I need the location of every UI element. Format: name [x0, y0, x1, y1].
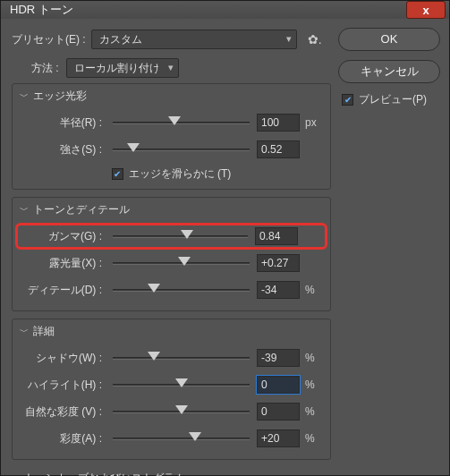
chevron-down-icon: ﹀ — [20, 326, 29, 338]
radius-input[interactable] — [257, 114, 300, 132]
exposure-label: 露光量(X) : — [18, 256, 106, 271]
saturation-slider[interactable] — [113, 431, 250, 446]
gamma-label: ガンマ(G) : — [18, 229, 106, 244]
panel-curve-header[interactable]: › トーンカーブおよびヒストグラム — [17, 469, 331, 476]
exposure-input[interactable] — [257, 254, 300, 272]
detail-unit: % — [300, 284, 325, 296]
method-select[interactable]: ローカル割り付け — [66, 58, 179, 78]
gamma-slider[interactable] — [113, 229, 248, 243]
preview-label: プレビュー(P) — [359, 92, 427, 107]
titlebar: HDR トーン x — [1, 1, 449, 19]
shadow-unit: % — [300, 352, 325, 364]
highlight-slider[interactable] — [113, 378, 250, 392]
vibrance-slider[interactable] — [113, 404, 250, 419]
hdr-toning-dialog: HDR トーン x プリセット(E) : カスタム ✿. 方法 : ローカル割り… — [0, 0, 450, 476]
detail-slider[interactable] — [113, 283, 250, 297]
panel-advanced-header[interactable]: ﹀ 詳細 — [18, 319, 325, 344]
panel-edge-glow: ﹀ エッジ光彩 半径(R) : px 強さ(S) : エッジ — [12, 83, 331, 190]
close-icon: x — [422, 4, 429, 17]
saturation-input[interactable] — [257, 429, 300, 447]
close-button[interactable]: x — [406, 1, 446, 19]
panel-advanced: ﹀ 詳細 シャドウ(W) : % ハイライト(H) : % 自然な彩度 (V) … — [12, 319, 331, 460]
radius-slider[interactable] — [113, 115, 250, 130]
radius-unit: px — [300, 116, 325, 129]
panel-curve: › トーンカーブおよびヒストグラム — [12, 467, 331, 476]
ok-button[interactable]: OK — [338, 28, 440, 51]
highlight-unit: % — [300, 378, 325, 391]
shadow-input[interactable] — [257, 349, 300, 367]
saturation-unit: % — [300, 432, 325, 445]
panel-tone-detail: ﹀ トーンとディテール ガンマ(G) : 露光量(X) : — [12, 197, 331, 311]
preset-label: プリセット(E) : — [12, 32, 86, 47]
detail-input[interactable] — [257, 281, 300, 299]
vibrance-unit: % — [300, 405, 325, 418]
shadow-slider[interactable] — [113, 351, 250, 365]
panel-tone-header[interactable]: ﹀ トーンとディテール — [18, 198, 325, 223]
highlight-label: ハイライト(H) : — [18, 378, 106, 393]
chevron-down-icon: ﹀ — [20, 204, 29, 217]
detail-label: ディテール(D) : — [18, 283, 106, 298]
gamma-row-highlight: ガンマ(G) : — [18, 225, 325, 247]
exposure-slider[interactable] — [113, 256, 250, 270]
preset-select-wrap: カスタム — [91, 30, 297, 49]
strength-label: 強さ(S) : — [18, 142, 106, 157]
cancel-button[interactable]: キャンセル — [338, 60, 440, 83]
chevron-down-icon: ﹀ — [20, 90, 29, 103]
preset-select[interactable]: カスタム — [91, 30, 297, 49]
strength-input[interactable] — [257, 140, 300, 158]
method-label: 方法 : — [31, 61, 59, 76]
window-title: HDR トーン — [10, 2, 406, 18]
smooth-edges-checkbox[interactable] — [112, 168, 123, 180]
preview-checkbox[interactable] — [342, 94, 353, 106]
gamma-input[interactable] — [255, 227, 298, 245]
strength-slider[interactable] — [113, 142, 250, 157]
preset-menu-icon[interactable]: ✿. — [308, 32, 322, 47]
highlight-input[interactable] — [257, 376, 300, 394]
smooth-edges-label: エッジを滑らかに (T) — [129, 166, 232, 182]
vibrance-input[interactable] — [257, 403, 300, 421]
saturation-label: 彩度(A) : — [18, 431, 106, 446]
vibrance-label: 自然な彩度 (V) : — [18, 404, 106, 420]
shadow-label: シャドウ(W) : — [18, 351, 106, 366]
radius-label: 半径(R) : — [18, 115, 106, 131]
panel-edge-header[interactable]: ﹀ エッジ光彩 — [18, 84, 325, 109]
